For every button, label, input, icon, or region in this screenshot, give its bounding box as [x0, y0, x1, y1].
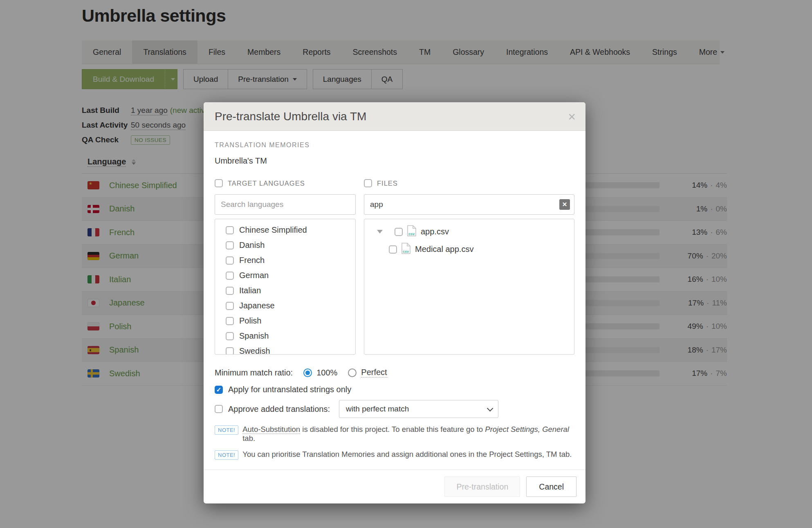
- note-row-1: NOTE!Auto-Substitution is disabled for t…: [215, 425, 574, 443]
- language-option-label: Chinese Simplified: [239, 225, 307, 235]
- note-row-2: NOTE!You can prioritise Translation Memo…: [215, 450, 574, 460]
- language-option-label: Danish: [239, 240, 265, 250]
- tree-expand-icon[interactable]: [377, 230, 383, 234]
- match-ratio-option-label: Perfect: [361, 368, 387, 377]
- file-name: Medical app.csv: [415, 245, 473, 254]
- search-languages-input[interactable]: [215, 194, 356, 215]
- language-option-japanese[interactable]: Japanese: [215, 298, 355, 313]
- language-option-label: Japanese: [239, 301, 275, 310]
- language-checkbox[interactable]: [226, 241, 234, 249]
- modal-body: TRANSLATION MEMORIES Umbrella's TM TARGE…: [204, 142, 585, 460]
- language-option-label: Spanish: [239, 331, 269, 341]
- radio-perfect[interactable]: [348, 368, 357, 377]
- modal-title: Pre-translate Umbrella via TM: [215, 110, 568, 123]
- match-ratio-label: Minimum match ratio:: [215, 368, 293, 377]
- language-checkbox[interactable]: [226, 256, 234, 265]
- language-checkbox[interactable]: [226, 317, 234, 325]
- modal-footer: Pre-translation Cancel: [204, 470, 585, 503]
- language-checkbox[interactable]: [226, 287, 234, 295]
- language-option-german[interactable]: German: [215, 268, 355, 283]
- language-checkbox[interactable]: [226, 347, 234, 355]
- files-label: FILES: [377, 180, 398, 187]
- note-text: You can prioritise Translation Memories …: [242, 450, 572, 459]
- language-option-label: Polish: [239, 316, 261, 326]
- language-option-swedish[interactable]: Swedish: [215, 344, 355, 355]
- file-checkbox[interactable]: [395, 228, 403, 236]
- note-text: Auto-Substitution is disabled for this p…: [242, 425, 574, 443]
- svg-text:csv: csv: [408, 232, 415, 236]
- target-languages-checkbox[interactable]: [215, 179, 223, 187]
- target-languages-column: TARGET LANGUAGES Chinese SimplifiedDanis…: [215, 179, 356, 355]
- target-languages-label: TARGET LANGUAGES: [228, 180, 305, 187]
- language-option-label: German: [239, 271, 269, 280]
- match-ratio-option-100[interactable]: 100%: [303, 368, 337, 377]
- file-checkbox[interactable]: [389, 245, 397, 254]
- match-ratio-row: Minimum match ratio: 100%Perfect: [215, 368, 574, 377]
- apply-untranslated-checkbox[interactable]: ✓: [215, 386, 223, 394]
- match-ratio-option-label: 100%: [316, 368, 337, 377]
- language-option-danish[interactable]: Danish: [215, 238, 355, 253]
- approve-match-select[interactable]: with perfect match: [339, 400, 498, 418]
- files-checkbox[interactable]: [364, 179, 372, 187]
- language-checkbox[interactable]: [226, 226, 234, 234]
- approve-added-label: Approve added translations:: [228, 404, 330, 414]
- file-name: app.csv: [421, 227, 449, 236]
- files-filter-input[interactable]: [364, 194, 574, 215]
- pre-translation-submit-button[interactable]: Pre-translation: [444, 476, 520, 497]
- approve-match-selected-value: with perfect match: [346, 404, 487, 413]
- tm-name: Umbrella's TM: [215, 156, 574, 166]
- file-row-medical-app-csv[interactable]: csvMedical app.csv: [364, 243, 574, 256]
- close-icon[interactable]: ×: [568, 110, 576, 123]
- tm-section-label: TRANSLATION MEMORIES: [215, 142, 574, 149]
- match-ratio-option-perfect[interactable]: Perfect: [348, 368, 387, 377]
- apply-untranslated-label: Apply for untranslated strings only: [228, 385, 351, 394]
- approve-added-checkbox[interactable]: [215, 405, 223, 413]
- files-column: FILES ✕ csvapp.csvcsvMedical app.csv: [364, 179, 574, 355]
- language-checkbox[interactable]: [226, 302, 234, 310]
- language-checkbox[interactable]: [226, 272, 234, 280]
- clear-filter-button[interactable]: ✕: [559, 199, 570, 210]
- csv-file-icon: csv: [407, 225, 417, 238]
- language-option-label: Italian: [239, 286, 261, 295]
- language-checkbox[interactable]: [226, 332, 234, 340]
- modal-header: Pre-translate Umbrella via TM ×: [204, 102, 585, 131]
- language-option-label: French: [239, 256, 265, 265]
- cancel-button[interactable]: Cancel: [526, 476, 576, 497]
- csv-file-icon: csv: [401, 243, 411, 256]
- note-badge: NOTE!: [215, 425, 238, 435]
- language-option-chinese-simplified[interactable]: Chinese Simplified: [215, 222, 355, 238]
- apply-untranslated-row: ✓ Apply for untranslated strings only: [215, 385, 574, 394]
- chevron-down-icon: [487, 405, 493, 411]
- language-option-spanish[interactable]: Spanish: [215, 328, 355, 344]
- language-option-italian[interactable]: Italian: [215, 283, 355, 298]
- note-link[interactable]: Auto-Substitution: [242, 425, 300, 434]
- file-row-app-csv[interactable]: csvapp.csv: [364, 225, 574, 238]
- note-badge: NOTE!: [215, 450, 238, 460]
- language-option-french[interactable]: French: [215, 253, 355, 268]
- pre-translate-modal: Pre-translate Umbrella via TM × TRANSLAT…: [204, 102, 585, 503]
- language-option-polish[interactable]: Polish: [215, 313, 355, 328]
- note-emphasis: Project Settings, General: [485, 425, 569, 434]
- approve-added-row: Approve added translations: with perfect…: [215, 400, 574, 418]
- files-tree: csvapp.csvcsvMedical app.csv: [364, 219, 574, 355]
- languages-list: Chinese SimplifiedDanishFrenchGermanItal…: [215, 219, 356, 355]
- svg-text:csv: csv: [403, 249, 409, 254]
- language-option-label: Swedish: [239, 346, 270, 355]
- radio-100[interactable]: [303, 368, 312, 377]
